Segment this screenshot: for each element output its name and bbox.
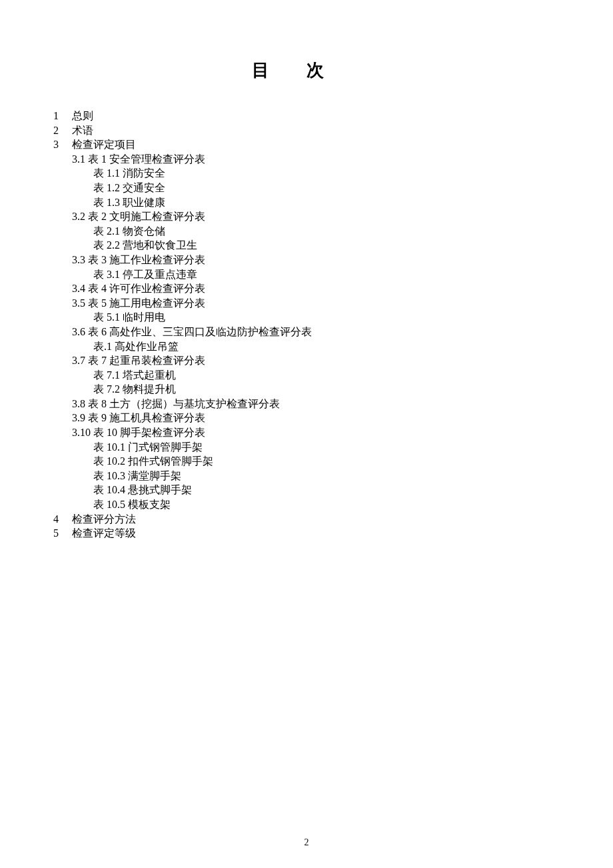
toc-entry-l3: 表 2.2 营地和饮食卫生 xyxy=(93,238,613,253)
toc-entry-l3: 表 7.1 塔式起重机 xyxy=(93,368,613,383)
toc-entry-l3: 表 3.1 停工及重点违章 xyxy=(93,267,613,282)
toc-entry-l2: 3.3 表 3 施工作业检查评分表 xyxy=(72,253,613,267)
toc-entry-l3: 表 1.1 消防安全 xyxy=(93,166,613,181)
toc-label: 检查评分方法 xyxy=(72,512,136,527)
toc-num: 3 xyxy=(53,137,72,152)
page-number: 2 xyxy=(0,837,613,848)
toc-entry-l1: 1 总则 xyxy=(53,109,613,123)
toc-entry-l3: 表 2.1 物资仓储 xyxy=(93,224,613,239)
toc-num: 2 xyxy=(53,123,72,138)
toc-entry-l3: 表 7.2 物料提升机 xyxy=(93,382,613,397)
toc-label: 术语 xyxy=(72,123,93,138)
toc-entry-l1: 5 检查评定等级 xyxy=(53,526,613,541)
toc-entry-l3: 表 10.5 模板支架 xyxy=(93,497,613,512)
toc-entry-l2: 3.4 表 4 许可作业检查评分表 xyxy=(72,281,613,296)
toc-entry-l2: 3.9 表 9 施工机具检查评分表 xyxy=(72,411,613,425)
toc-entry-l2: 3.2 表 2 文明施工检查评分表 xyxy=(72,209,613,224)
toc-entry-l1: 4 检查评分方法 xyxy=(53,512,613,527)
toc-num: 5 xyxy=(53,526,72,541)
toc-entry-l2: 3.5 表 5 施工用电检查评分表 xyxy=(72,296,613,311)
toc-label: 检查评定等级 xyxy=(72,526,136,541)
toc-entry-l2: 3.1 表 1 安全管理检查评分表 xyxy=(72,152,613,167)
toc-entry-l1: 2 术语 xyxy=(53,123,613,138)
toc-entry-l3: 表 10.3 满堂脚手架 xyxy=(93,469,613,483)
table-of-contents: 1 总则 2 术语 3 检查评定项目 3.1 表 1 安全管理检查评分表 表 1… xyxy=(53,109,613,541)
page-title: 目次 xyxy=(0,0,613,82)
toc-entry-l3: 表 10.4 悬挑式脚手架 xyxy=(93,483,613,497)
toc-num: 4 xyxy=(53,512,72,527)
toc-entry-l2: 3.8 表 8 土方（挖掘）与基坑支护检查评分表 xyxy=(72,397,613,411)
toc-entry-l2: 3.6 表 6 高处作业、三宝四口及临边防护检查评分表 xyxy=(72,325,613,339)
toc-entry-l1: 3 检查评定项目 xyxy=(53,137,613,152)
toc-label: 总则 xyxy=(72,109,93,123)
toc-entry-l3: 表 1.3 职业健康 xyxy=(93,195,613,210)
toc-entry-l3: 表 1.2 交通安全 xyxy=(93,181,613,195)
toc-label: 检查评定项目 xyxy=(72,137,136,152)
toc-entry-l2: 3.7 表 7 起重吊装检查评分表 xyxy=(72,353,613,368)
toc-entry-l3: 表 10.1 门式钢管脚手架 xyxy=(93,440,613,455)
toc-entry-l3: 表.1 高处作业吊篮 xyxy=(93,339,613,354)
toc-entry-l3: 表 10.2 扣件式钢管脚手架 xyxy=(93,454,613,469)
toc-entry-l3: 表 5.1 临时用电 xyxy=(93,310,613,325)
toc-num: 1 xyxy=(53,109,72,123)
toc-entry-l2: 3.10 表 10 脚手架检查评分表 xyxy=(72,425,613,440)
